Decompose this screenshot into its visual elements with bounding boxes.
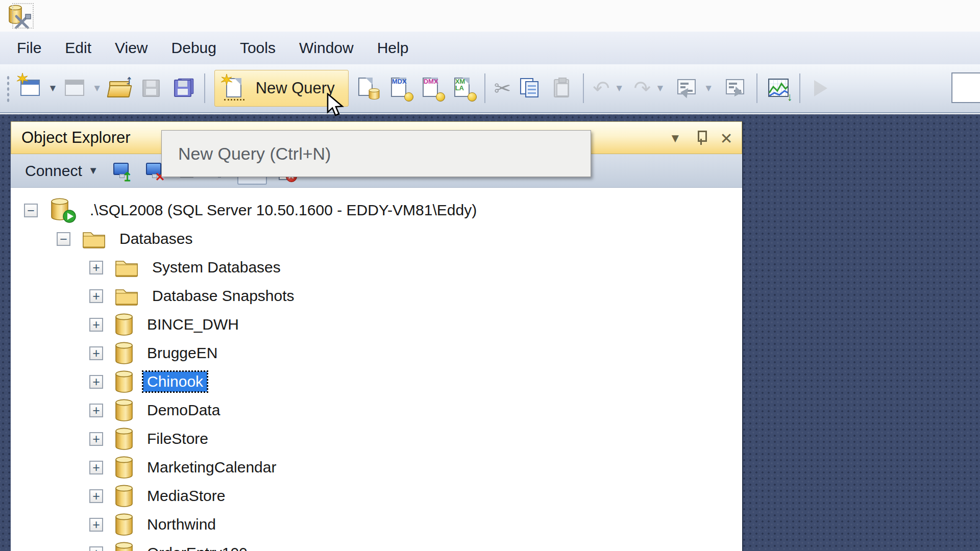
expand-icon[interactable]: +	[89, 489, 103, 503]
connect-server-button[interactable]: ↥	[107, 157, 136, 185]
dmx-query-button[interactable]: DMX	[416, 71, 448, 106]
tree-item-label[interactable]: System Databases	[148, 257, 285, 278]
open-file-button[interactable]: ⤴	[104, 71, 136, 106]
debug-button[interactable]	[805, 71, 839, 106]
collapse-icon[interactable]: −	[24, 204, 38, 217]
activity-monitor-button[interactable]: ↓	[763, 71, 794, 106]
undo-dropdown-icon[interactable]: ▼	[615, 83, 624, 94]
expand-icon[interactable]: +	[89, 461, 103, 474]
tree-item-label[interactable]: BINCE_DWH	[143, 314, 243, 335]
new-item-icon	[19, 76, 43, 101]
object-explorer-panel: Object Explorer ▼ ✕ Connect ▼ ↥ ✕	[11, 121, 743, 551]
ssms-app-icon	[5, 3, 34, 31]
menu-bar: File Edit View Debug Tools Window Help	[0, 32, 980, 64]
tree-item-label[interactable]: FileStore	[143, 429, 212, 449]
collapse-icon[interactable]: −	[57, 232, 70, 246]
database-engine-query-button[interactable]	[353, 71, 384, 106]
open-folder-icon: ⤴	[108, 76, 132, 101]
tree-item-label[interactable]: .\SQL2008 (SQL Server 10.50.1600 - EDDY-…	[86, 200, 481, 220]
tree-item-label[interactable]: Northwind	[143, 514, 220, 535]
expand-icon[interactable]: +	[89, 546, 103, 551]
menu-debug[interactable]: Debug	[160, 36, 228, 60]
tool-window-button-2[interactable]	[720, 71, 751, 106]
toolbar-combobox[interactable]	[951, 72, 980, 103]
menu-help[interactable]: Help	[365, 36, 421, 60]
expand-icon[interactable]: +	[89, 289, 103, 303]
folder-icon	[82, 229, 106, 249]
tree-item-label[interactable]: MarketingCalendar	[143, 457, 280, 478]
tree-item-demodata[interactable]: +DemoData	[11, 396, 742, 424]
tree-item-sql2008-sql-server-10-50-1600-eddy-vm81-eddy[interactable]: −.\SQL2008 (SQL Server 10.50.1600 - EDDY…	[11, 196, 742, 224]
save-all-icon	[171, 76, 195, 101]
tree-item-chinook[interactable]: +Chinook	[11, 367, 742, 396]
tree-item-label[interactable]: BruggeEN	[143, 343, 222, 363]
expand-icon[interactable]: +	[89, 432, 103, 446]
connect-server-icon: ↥	[109, 159, 134, 183]
mdx-query-button[interactable]: MDX	[384, 71, 416, 106]
save-button[interactable]	[136, 71, 167, 106]
save-all-button[interactable]	[167, 71, 199, 106]
tree-item-label[interactable]: Database Snapshots	[148, 286, 299, 306]
save-icon	[139, 76, 164, 101]
tree-item-system-databases[interactable]: +System Databases	[11, 253, 742, 282]
toolbar-grip[interactable]	[5, 74, 11, 103]
menu-view[interactable]: View	[103, 36, 159, 60]
server-icon	[49, 197, 77, 223]
tree-item-label[interactable]: OrderEntry100	[143, 543, 252, 551]
expand-icon[interactable]: +	[89, 318, 103, 332]
tool-window-icon	[723, 76, 748, 101]
new-item-dropdown-icon[interactable]: ▼	[48, 83, 58, 94]
database-icon	[114, 456, 134, 479]
tree-item-databases[interactable]: −Databases	[11, 224, 742, 253]
tree-item-database-snapshots[interactable]: +Database Snapshots	[11, 282, 742, 310]
expand-icon[interactable]: +	[89, 375, 103, 389]
mouse-cursor	[327, 93, 350, 120]
tree-item-label[interactable]: Chinook	[143, 371, 207, 392]
add-item-icon	[63, 76, 88, 101]
tree-item-label[interactable]: MediaStore	[143, 486, 229, 506]
expand-icon[interactable]: +	[89, 518, 103, 532]
connect-button[interactable]: Connect ▼	[20, 160, 104, 182]
add-item-dropdown-icon[interactable]: ▼	[92, 83, 102, 94]
close-icon[interactable]: ✕	[717, 129, 736, 147]
tree-item-label[interactable]: Databases	[115, 229, 197, 249]
redo-dropdown-icon[interactable]: ▼	[655, 83, 665, 94]
cut-button[interactable]: ✂	[491, 71, 515, 106]
undo-icon: ↶	[593, 77, 610, 99]
tree-item-orderentry100[interactable]: +OrderEntry100	[11, 539, 742, 551]
connect-dropdown-icon: ▼	[88, 165, 99, 177]
copy-button[interactable]	[514, 71, 546, 106]
undo-button[interactable]: ↶	[589, 71, 614, 106]
window-position-icon[interactable]: ▼	[666, 129, 684, 147]
tree-item-filestore[interactable]: +FileStore	[11, 424, 742, 453]
tree-item-bince-dwh[interactable]: +BINCE_DWH	[11, 310, 742, 339]
auto-hide-pin-icon[interactable]	[692, 129, 710, 147]
tree-item-bruggeen[interactable]: +BruggeEN	[11, 339, 742, 367]
tool-window-dropdown-icon[interactable]: ▼	[704, 83, 714, 94]
standard-toolbar: ▼ ▼ ⤴ New Query	[0, 64, 980, 113]
tree-item-northwind[interactable]: +Northwind	[11, 510, 742, 539]
expand-icon[interactable]: +	[89, 346, 103, 360]
new-item-button[interactable]	[15, 71, 47, 106]
database-icon	[114, 341, 134, 365]
expand-icon[interactable]: +	[89, 404, 103, 417]
redo-icon: ↷	[634, 77, 651, 99]
redo-button[interactable]: ↷	[630, 71, 655, 106]
tree-item-mediastore[interactable]: +MediaStore	[11, 482, 742, 510]
add-item-button[interactable]	[60, 71, 91, 106]
paste-button[interactable]	[546, 71, 578, 106]
menu-window[interactable]: Window	[287, 36, 365, 60]
menu-tools[interactable]: Tools	[228, 36, 287, 60]
folder-icon	[114, 257, 139, 278]
tree-item-marketingcalendar[interactable]: +MarketingCalendar	[11, 453, 742, 482]
toolbar-separator	[204, 73, 205, 103]
tool-window-button-1[interactable]	[671, 71, 703, 106]
tooltip-text: New Query (Ctrl+N)	[178, 144, 331, 164]
menu-file[interactable]: File	[5, 36, 53, 60]
menu-edit[interactable]: Edit	[53, 36, 103, 60]
tree-item-label[interactable]: DemoData	[143, 400, 224, 420]
database-icon	[114, 313, 134, 336]
database-icon	[114, 370, 134, 393]
expand-icon[interactable]: +	[89, 261, 103, 274]
xmla-query-button[interactable]: XMLA	[448, 71, 479, 106]
